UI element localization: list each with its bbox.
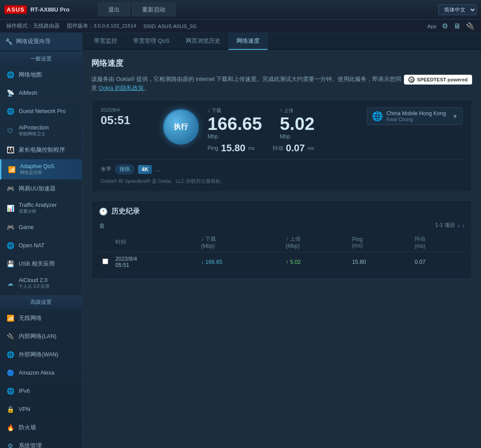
sidebar-advanced-header: 高级设置 (0, 295, 82, 309)
sidebar-item-aimesh[interactable]: 📡 AiMesh (0, 84, 82, 102)
sidebar-item-wireless[interactable]: 📶 无线网络 (0, 309, 82, 327)
top-right: 简体中文 (438, 4, 477, 15)
sidebar-item-parental[interactable]: 👨‍👩‍👧 家长电脑控制程序 (0, 141, 82, 159)
page-title: 网络速度 (91, 58, 123, 69)
quality-4k: 4K (138, 165, 152, 174)
speedtest-top: 2023/8/4 05:51 执行 ↓ 下载 1 (101, 107, 463, 154)
main-layout: 🔧 网络设置向导 一般设置 🌐 网络地图 📡 AiMesh 🌐 Guest Ne… (0, 33, 481, 448)
tab-qos[interactable]: 带宽管理 QoS (125, 33, 178, 50)
traffic-analyzer-icon: 📊 (5, 203, 15, 213)
privacy-policy-link[interactable]: Ookia 的隐私政策 (98, 85, 143, 91)
datetime-section: 2023/8/4 05:51 (101, 107, 154, 127)
sidebar-item-traffic-analyzer[interactable]: 📊 Traffic Analyzer流量分析 (0, 198, 82, 218)
th-jitter: 抖动(ms) (411, 233, 465, 252)
nav-tab-logout[interactable]: 退出 (98, 3, 130, 16)
upload-section: ↑ 上传 5.02 Mbp (280, 107, 314, 140)
sidebar-item-vpn[interactable]: 🔒 VPN (0, 400, 82, 419)
sidebar-item-game[interactable]: 🎮 Game (0, 218, 82, 237)
row-checkbox[interactable] (102, 258, 108, 264)
table-toolbar: 🗑 1-1 项目 ‹ › (99, 222, 465, 229)
gear-icon[interactable]: ⚙ (442, 22, 448, 30)
date-label: 2023/8/4 (101, 107, 154, 113)
server-selector[interactable]: 🌐 China Mobile Hong Kong Kwai Chung ▼ (367, 107, 463, 125)
upload-value: 5.02 (280, 115, 314, 133)
history-table: 时间 ↓ 下载(Mbp) ↑ 上传(Mbp) Ping(ms) 抖动(ms) 2… (99, 233, 465, 272)
game-icon: 🎮 (5, 222, 15, 232)
monitor-icon[interactable]: 🖥 (453, 22, 461, 30)
quality-bar: 水平 很快 4K ... (101, 159, 463, 174)
sidebar-item-guest-network[interactable]: 🌐 Guest Network Pro (0, 102, 82, 121)
ping-row: Ping 15.80 ms 抖动 0.07 ms (208, 142, 358, 154)
row-checkbox-cell[interactable] (99, 252, 112, 272)
tab-bandwidth-monitor[interactable]: 带宽监控 (86, 33, 125, 50)
sidebar-item-ipv6[interactable]: 🌐 IPv6 (0, 382, 82, 400)
usb-apps-label: USB 相关应用 (19, 261, 55, 267)
usb-icon[interactable]: 🔌 (466, 22, 475, 30)
ping-ms: ms (248, 145, 255, 151)
quality-value: 很快 (115, 164, 135, 174)
speed-results: ↓ 下载 166.65 Mbp ↑ 上传 5.02 Mbp (208, 107, 358, 154)
speedtest-copyright: Ookla® 和 Speedtest® 是 Ookla、LLC 的联邦注册商标。 (101, 178, 463, 185)
sidebar-item-aicloud[interactable]: ☁ AiCloud 2.0个人云 2.0 应用 (0, 273, 82, 294)
download-label: ↓ 下载 (208, 107, 262, 114)
server-info: China Mobile Hong Kong Kwai Chung (387, 110, 446, 122)
download-value: 166.65 (208, 115, 262, 133)
firewall-icon: 🔥 (5, 423, 15, 432)
nav-tab-reboot[interactable]: 重新启动 (132, 3, 175, 16)
aicloud-icon: ☁ (5, 278, 15, 288)
system-admin-label: 系统管理 (19, 443, 42, 448)
next-page-button[interactable]: › (462, 222, 465, 229)
delete-icon[interactable]: 🗑 (99, 222, 105, 229)
speed-row: ↓ 下载 166.65 Mbp ↑ 上传 5.02 Mbp (208, 107, 358, 140)
sidebar-item-network-map[interactable]: 🌐 网络地图 (0, 66, 82, 84)
ping-section: Ping 15.80 ms (208, 142, 255, 154)
tab-browse-history[interactable]: 网页浏览历史 (178, 33, 228, 50)
upload-unit: Mbp (280, 133, 314, 140)
parental-icon: 👨‍👩‍👧 (5, 145, 15, 155)
row-jitter: 0.07 (411, 252, 465, 272)
guest-network-icon: 🌐 (5, 106, 15, 116)
th-checkbox (99, 233, 112, 252)
adaptive-qos-label: Adaptive QoS网络监控家 (20, 163, 54, 175)
mode-info: 操作模式：无线路由器 (6, 23, 60, 29)
tab-network-speed[interactable]: 网络速度 (228, 33, 268, 50)
network-map-label: 网络地图 (19, 72, 42, 78)
row-upload: ↑ 5.02 (282, 252, 349, 272)
sidebar-item-uu-accelerator[interactable]: 🎮 网易UU加速器 (0, 180, 82, 198)
sidebar-item-lan[interactable]: 🔌 内部网络(LAN) (0, 327, 82, 346)
asus-logo: ASUS (4, 5, 27, 14)
logo-area: ASUS RT-AX88U Pro (4, 5, 89, 14)
clock-icon: 🕐 (99, 207, 108, 216)
language-selector[interactable]: 简体中文 (438, 4, 477, 15)
sidebar-item-wan[interactable]: 🌐 外部网络(WAN) (0, 346, 82, 364)
execute-button[interactable]: 执行 (163, 109, 199, 145)
sidebar-item-system-admin[interactable]: ⚙ 系统管理 (0, 437, 82, 448)
open-nat-label: Open NAT (19, 242, 45, 249)
ping-value: 15.80 (221, 142, 245, 154)
upload-label: ↑ 上传 (280, 107, 314, 114)
aimesh-label: AiMesh (19, 90, 37, 97)
app-label: App (428, 24, 436, 29)
pagination-label: 1-1 项目 (435, 222, 455, 229)
game-label: Game (19, 224, 34, 231)
quality-label: 水平 (101, 165, 111, 173)
history-title: 🕐 历史纪录 (99, 207, 465, 216)
pagination-info: 1-1 项目 ‹ › (435, 222, 465, 229)
ipv6-label: IPv6 (19, 388, 30, 395)
sidebar-item-usb[interactable]: 💾 USB 相关应用 (0, 255, 82, 273)
alexa-icon: 🔵 (5, 368, 15, 378)
sidebar-item-firewall[interactable]: 🔥 防火墙 (0, 419, 82, 437)
speedtest-badge: ◎ SPEEDTEST powered (404, 75, 472, 85)
th-time: 时间 (112, 233, 197, 252)
download-section: ↓ 下载 166.65 Mbp (208, 107, 262, 140)
sidebar-item-aiprotection[interactable]: 🛡 AiProtection智能网络卫士 (0, 121, 82, 141)
firewall-label: 防火墙 (19, 424, 36, 431)
lan-label: 内部网络(LAN) (19, 333, 57, 340)
sidebar-item-open-nat[interactable]: 🌐 Open NAT (0, 237, 82, 255)
sidebar-item-adaptive-qos[interactable]: 📶 Adaptive QoS网络监控家 (0, 159, 82, 180)
sidebar-item-alexa[interactable]: 🔵 Amazon Alexa (0, 364, 82, 382)
prev-page-button[interactable]: ‹ (458, 222, 460, 229)
wireless-icon: 📶 (5, 313, 15, 323)
sidebar-item-wizard[interactable]: 🔧 网络设置向导 (0, 33, 82, 50)
time-label: 05:51 (101, 113, 154, 127)
